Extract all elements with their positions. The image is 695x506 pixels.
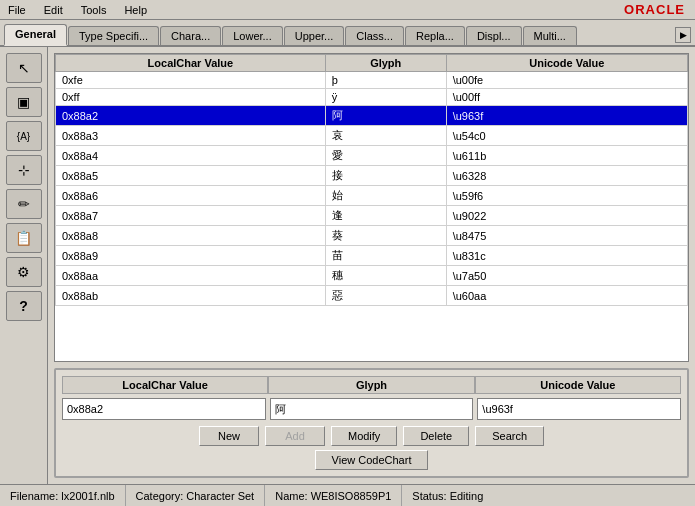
col-header-localchar: LocalChar Value	[56, 55, 326, 72]
menu-edit[interactable]: Edit	[40, 3, 67, 17]
menu-items: File Edit Tools Help	[4, 3, 151, 17]
cell-localchar: 0x88a3	[56, 126, 326, 146]
status-category: Category: Character Set	[126, 485, 266, 506]
status-filename: Filename: lx2001f.nlb	[0, 485, 126, 506]
cell-localchar: 0x88a4	[56, 146, 326, 166]
tab-repla[interactable]: Repla...	[405, 26, 465, 45]
edit-col-glyph: Glyph	[268, 376, 474, 394]
paint-icon[interactable]: ✏	[6, 189, 42, 219]
main-area: ↖ ▣ {A} ⊹ ✏ 📋 ⚙ ? LocalChar Value Glyph	[0, 47, 695, 484]
tab-displ[interactable]: Displ...	[466, 26, 522, 45]
view-codechart-button[interactable]: View CodeChart	[315, 450, 429, 470]
content-panel: LocalChar Value Glyph Unicode Value 0xfe…	[48, 47, 695, 484]
help-icon[interactable]: ?	[6, 291, 42, 321]
cell-unicode: \u9022	[446, 206, 687, 226]
cell-unicode: \u54c0	[446, 126, 687, 146]
tab-class[interactable]: Class...	[345, 26, 404, 45]
table-row[interactable]: 0x88a7逢\u9022	[56, 206, 688, 226]
bracket-icon[interactable]: {A}	[6, 121, 42, 151]
tab-scroll: ▶	[675, 27, 691, 45]
cell-unicode: \u831c	[446, 246, 687, 266]
cell-localchar: 0x88a9	[56, 246, 326, 266]
tab-lower[interactable]: Lower...	[222, 26, 283, 45]
table-row[interactable]: 0x88a9苗\u831c	[56, 246, 688, 266]
edit-glyph-input[interactable]	[270, 398, 474, 420]
delete-button[interactable]: Delete	[403, 426, 469, 446]
cell-unicode: \u8475	[446, 226, 687, 246]
table-row[interactable]: 0x88a6始\u59f6	[56, 186, 688, 206]
cell-unicode: \u00fe	[446, 72, 687, 89]
cell-glyph: 穗	[325, 266, 446, 286]
edit-inputs	[62, 398, 681, 420]
data-table: LocalChar Value Glyph Unicode Value 0xfe…	[54, 53, 689, 362]
cell-unicode: \u6328	[446, 166, 687, 186]
table-row[interactable]: 0xfeþ\u00fe	[56, 72, 688, 89]
cell-unicode: \u60aa	[446, 286, 687, 306]
menu-tools[interactable]: Tools	[77, 3, 111, 17]
table-row[interactable]: 0x88a4愛\u611b	[56, 146, 688, 166]
app-window: File Edit Tools Help ORACLE General Type…	[0, 0, 695, 506]
tab-general[interactable]: General	[4, 24, 67, 46]
cell-glyph: 惡	[325, 286, 446, 306]
cell-localchar: 0x88ab	[56, 286, 326, 306]
sidebar: ↖ ▣ {A} ⊹ ✏ 📋 ⚙ ?	[0, 47, 48, 484]
table-row[interactable]: 0x88ab惡\u60aa	[56, 286, 688, 306]
oracle-logo: ORACLE	[624, 2, 691, 17]
status-name: Name: WE8ISO8859P1	[265, 485, 402, 506]
cell-localchar: 0x88a5	[56, 166, 326, 186]
cell-glyph: 逢	[325, 206, 446, 226]
cell-glyph: ÿ	[325, 89, 446, 106]
cell-localchar: 0x88a7	[56, 206, 326, 226]
table-row[interactable]: 0x88a3哀\u54c0	[56, 126, 688, 146]
tab-multi[interactable]: Multi...	[523, 26, 577, 45]
table-row[interactable]: 0xffÿ\u00ff	[56, 89, 688, 106]
menu-help[interactable]: Help	[120, 3, 151, 17]
menu-bar: File Edit Tools Help ORACLE	[0, 0, 695, 20]
cell-localchar: 0xfe	[56, 72, 326, 89]
select-icon[interactable]: ▣	[6, 87, 42, 117]
cell-glyph: 阿	[325, 106, 446, 126]
tab-upper[interactable]: Upper...	[284, 26, 345, 45]
table-row[interactable]: 0x88a5接\u6328	[56, 166, 688, 186]
cell-glyph: 苗	[325, 246, 446, 266]
table-scroll[interactable]: LocalChar Value Glyph Unicode Value 0xfe…	[55, 54, 688, 361]
edit-localchar-input[interactable]	[62, 398, 266, 420]
cell-unicode: \u7a50	[446, 266, 687, 286]
cell-glyph: 始	[325, 186, 446, 206]
search-button[interactable]: Search	[475, 426, 544, 446]
table-row[interactable]: 0x88a2阿\u963f	[56, 106, 688, 126]
tab-scroll-btn[interactable]: ▶	[675, 27, 691, 43]
node-icon[interactable]: ⊹	[6, 155, 42, 185]
menu-file[interactable]: File	[4, 3, 30, 17]
cell-glyph: 葵	[325, 226, 446, 246]
cell-localchar: 0x88aa	[56, 266, 326, 286]
cell-glyph: þ	[325, 72, 446, 89]
tab-chara[interactable]: Chara...	[160, 26, 221, 45]
cell-localchar: 0xff	[56, 89, 326, 106]
action-buttons: New Add Modify Delete Search	[62, 426, 681, 446]
col-header-glyph: Glyph	[325, 55, 446, 72]
status-editing: Status: Editing	[402, 485, 493, 506]
add-button[interactable]: Add	[265, 426, 325, 446]
table-row[interactable]: 0x88aa穗\u7a50	[56, 266, 688, 286]
tab-bar: General Type Specifi... Chara... Lower..…	[0, 20, 695, 47]
cursor-icon[interactable]: ↖	[6, 53, 42, 83]
edit-panel: LocalChar Value Glyph Unicode Value New …	[54, 368, 689, 478]
view-codechart-row: View CodeChart	[62, 450, 681, 470]
edit-col-localchar: LocalChar Value	[62, 376, 268, 394]
cell-unicode: \u59f6	[446, 186, 687, 206]
cell-localchar: 0x88a6	[56, 186, 326, 206]
cell-glyph: 愛	[325, 146, 446, 166]
cell-localchar: 0x88a2	[56, 106, 326, 126]
settings-icon[interactable]: ⚙	[6, 257, 42, 287]
modify-button[interactable]: Modify	[331, 426, 397, 446]
cell-localchar: 0x88a8	[56, 226, 326, 246]
table-row[interactable]: 0x88a8葵\u8475	[56, 226, 688, 246]
edit-unicode-input[interactable]	[477, 398, 681, 420]
cell-glyph: 哀	[325, 126, 446, 146]
document-icon[interactable]: 📋	[6, 223, 42, 253]
new-button[interactable]: New	[199, 426, 259, 446]
tab-type-specifi[interactable]: Type Specifi...	[68, 26, 159, 45]
cell-unicode: \u963f	[446, 106, 687, 126]
cell-unicode: \u00ff	[446, 89, 687, 106]
